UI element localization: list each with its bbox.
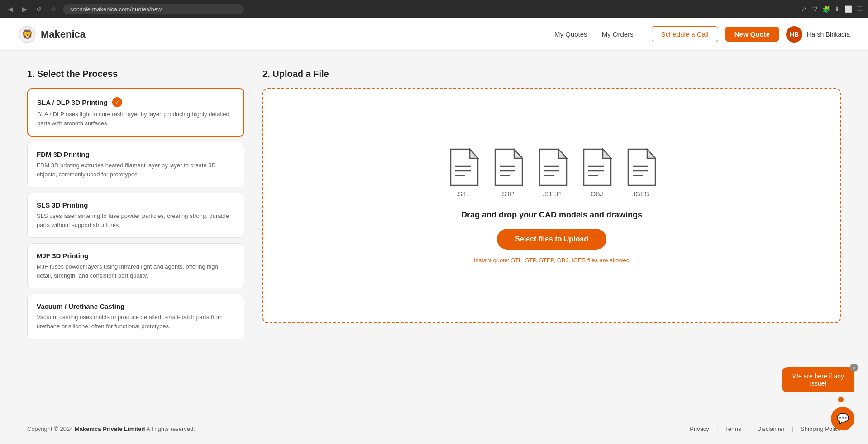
process-desc-sls: SLS uses laser sintering to fuse powder … bbox=[37, 212, 235, 229]
browser-icon-tray: ↗ 🛡 🧩 ⬇ ⬜ ☰ bbox=[801, 5, 863, 13]
process-title-mjf: MJF 3D Printing bbox=[37, 252, 88, 260]
process-title-fdm: FDM 3D Printing bbox=[37, 151, 90, 158]
app-wrapper: 🦁 Makenica My Quotes My Orders Schedule … bbox=[0, 18, 868, 444]
footer: Copyright © 2024 Makenica Private Limite… bbox=[0, 417, 868, 440]
extensions-icon: 🧩 bbox=[822, 5, 830, 13]
left-panel: 1. Select the Process SLA / DLP 3D Print… bbox=[27, 69, 244, 399]
obj-ext-label: .OBJ bbox=[589, 190, 603, 198]
footer-copyright: Copyright © 2024 Makenica Private Limite… bbox=[27, 425, 195, 433]
split-view-icon: ⬜ bbox=[844, 5, 852, 13]
menu-icon: ☰ bbox=[857, 5, 863, 13]
logo-icon: 🦁 bbox=[18, 25, 36, 43]
schedule-call-button[interactable]: Schedule a Call bbox=[652, 26, 718, 42]
footer-terms-link[interactable]: Terms bbox=[725, 425, 741, 432]
process-title-sla: SLA / DLP 3D Printing bbox=[37, 99, 108, 106]
instant-quote-text: Instant quote: STL, STP, STEP, OBJ, IGES… bbox=[474, 257, 630, 264]
selected-check-icon: ✓ bbox=[112, 97, 122, 107]
process-card-header-fdm: FDM 3D Printing bbox=[37, 151, 235, 158]
chat-dot-indicator bbox=[838, 397, 844, 402]
process-card-header-sla: SLA / DLP 3D Printing ✓ bbox=[37, 97, 234, 107]
file-icon-step: .STEP bbox=[536, 148, 568, 198]
avatar: HB bbox=[786, 26, 802, 43]
drag-drop-text: Drag and drop your CAD models and drawin… bbox=[461, 210, 642, 220]
stl-ext-label: .STL bbox=[456, 190, 470, 198]
process-card-mjf[interactable]: MJF 3D Printing MJF fuses powder layers … bbox=[27, 243, 244, 288]
chat-bubble-text: We are here if any issue! bbox=[792, 373, 844, 387]
select-files-button[interactable]: Select files to Upload bbox=[497, 229, 606, 250]
chat-icon: 💬 bbox=[837, 413, 849, 425]
forward-button[interactable]: ▶ bbox=[19, 5, 30, 14]
chat-widget: × We are here if any issue! 💬 bbox=[782, 367, 854, 430]
file-icons-row: .STL .STP bbox=[447, 148, 656, 198]
file-icon-iges: .IGES bbox=[625, 148, 656, 198]
chat-close-button[interactable]: × bbox=[850, 364, 858, 372]
footer-disclaimer-link[interactable]: Disclaimer bbox=[757, 425, 785, 432]
process-card-header-sls: SLS 3D Printing bbox=[37, 201, 235, 209]
footer-copy-text: Copyright © 2024 Makenica Private Limite… bbox=[27, 425, 195, 432]
footer-privacy-link[interactable]: Privacy bbox=[690, 425, 709, 432]
file-icon-stl: .STL bbox=[447, 148, 479, 198]
right-panel: 2. Upload a File .STL bbox=[262, 69, 841, 399]
file-icon-obj: .OBJ bbox=[580, 148, 612, 198]
process-card-header-vacuum: Vacuum / Urethane Casting bbox=[37, 302, 235, 310]
stp-file-icon bbox=[491, 148, 523, 187]
chat-bubble[interactable]: × We are here if any issue! bbox=[782, 367, 854, 392]
header-nav: My Quotes My Orders bbox=[554, 30, 634, 38]
step-ext-label: .STEP bbox=[543, 190, 561, 198]
process-card-sla-dlp[interactable]: SLA / DLP 3D Printing ✓ SLA / DLP uses l… bbox=[27, 88, 244, 137]
header: 🦁 Makenica My Quotes My Orders Schedule … bbox=[0, 18, 868, 51]
nav-my-quotes[interactable]: My Quotes bbox=[554, 30, 587, 38]
url-bar[interactable]: console.makenica.com/quotes/new bbox=[63, 4, 244, 14]
iges-file-icon bbox=[625, 148, 656, 187]
bookmark-button[interactable]: ☆ bbox=[48, 5, 59, 14]
browser-chrome: ◀ ▶ ↺ ☆ console.makenica.com/quotes/new … bbox=[0, 0, 868, 18]
process-card-fdm[interactable]: FDM 3D Printing FDM 3D printing extrudes… bbox=[27, 142, 244, 187]
upload-area[interactable]: .STL .STP bbox=[262, 88, 841, 323]
process-title-sls: SLS 3D Printing bbox=[37, 201, 88, 209]
logo-text: Makenica bbox=[41, 28, 86, 40]
logo-area[interactable]: 🦁 Makenica bbox=[18, 25, 86, 43]
chat-open-button[interactable]: 💬 bbox=[831, 407, 854, 430]
process-desc-mjf: MJF fuses powder layers using infrared l… bbox=[37, 262, 235, 280]
step-file-icon bbox=[536, 148, 568, 187]
stp-ext-label: .STP bbox=[500, 190, 514, 198]
file-icon-stp: .STP bbox=[491, 148, 523, 198]
header-actions: Schedule a Call New Quote HB Harsh Bhika… bbox=[652, 26, 850, 43]
iges-ext-label: .IGES bbox=[632, 190, 649, 198]
process-desc-vacuum: Vacuum casting uses molds to produce det… bbox=[37, 313, 235, 331]
nav-my-orders[interactable]: My Orders bbox=[602, 30, 634, 38]
obj-file-icon bbox=[580, 148, 612, 187]
share-icon: ↗ bbox=[801, 5, 807, 13]
select-process-title: 1. Select the Process bbox=[27, 69, 244, 79]
process-card-vacuum[interactable]: Vacuum / Urethane Casting Vacuum casting… bbox=[27, 294, 244, 339]
process-desc-fdm: FDM 3D printing extrudes heated filament… bbox=[37, 161, 235, 179]
process-card-sls[interactable]: SLS 3D Printing SLS uses laser sintering… bbox=[27, 193, 244, 238]
download-icon: ⬇ bbox=[835, 5, 840, 13]
stl-file-icon bbox=[447, 148, 479, 187]
process-card-header-mjf: MJF 3D Printing bbox=[37, 252, 235, 260]
shield-icon: 🛡 bbox=[811, 5, 818, 13]
upload-file-title: 2. Upload a File bbox=[262, 69, 841, 79]
user-name: Harsh Bhikadia bbox=[807, 31, 850, 38]
process-title-vacuum: Vacuum / Urethane Casting bbox=[37, 302, 124, 310]
svg-text:🦁: 🦁 bbox=[22, 29, 33, 40]
main-content: 1. Select the Process SLA / DLP 3D Print… bbox=[0, 51, 868, 417]
process-desc-sla: SLA / DLP uses light to cure resin layer… bbox=[37, 110, 234, 128]
back-button[interactable]: ◀ bbox=[5, 5, 16, 14]
new-quote-button[interactable]: New Quote bbox=[725, 27, 779, 42]
refresh-button[interactable]: ↺ bbox=[33, 5, 44, 14]
user-area[interactable]: HB Harsh Bhikadia bbox=[786, 26, 850, 43]
